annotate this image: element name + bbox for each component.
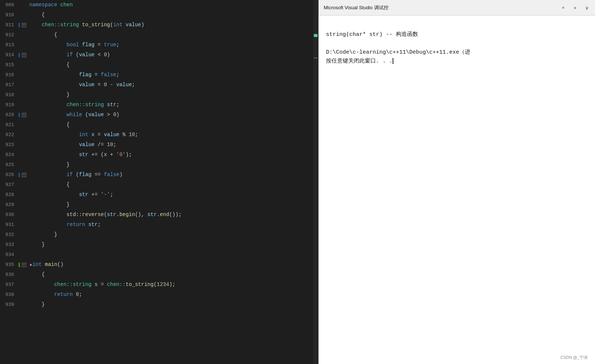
console-line4: 按任意键关闭此窗口. . . — [326, 58, 393, 64]
line-936: 936 { — [0, 270, 318, 280]
line-922: 922 int x = value % 10; — [0, 130, 318, 140]
line-938: 938 return 0; — [0, 290, 318, 300]
line-930: 930 std::reverse(str.begin(), str.end())… — [0, 210, 318, 220]
console-line3: D:\Code\c-learning\c++11\Debug\c++11.exe… — [326, 49, 470, 55]
console-line1: string(char* str) -- 构造函数 — [326, 31, 418, 38]
code-editor: 909 namespace chen 910 { 911 − chen::str… — [0, 0, 318, 364]
line-929: 929 } — [0, 200, 318, 210]
code-lines-area: 909 namespace chen 910 { 911 − chen::str… — [0, 0, 318, 364]
console-cursor — [393, 58, 393, 64]
line-933: 933 } — [0, 240, 318, 250]
line-920: 920 − while (value > 0) — [0, 110, 318, 120]
line-910: 910 { — [0, 10, 318, 20]
scrollbar-thumb[interactable] — [314, 34, 317, 37]
line-926: 926 − if (flag == false) — [0, 170, 318, 180]
line-916: 916 flag = false; — [0, 70, 318, 80]
panel-titlebar: Microsoft Visual Studio 调试控 × + ∨ — [319, 0, 595, 16]
line-909: 909 namespace chen — [0, 0, 318, 10]
panel-dropdown-button[interactable]: ∨ — [582, 3, 592, 13]
line-914: 914 − if (value < 0) — [0, 50, 318, 60]
panel-close-button[interactable]: × — [558, 3, 568, 13]
watermark: CSDN @_宁清 — [560, 355, 588, 360]
line-935: 935 − ▶int main() — [0, 260, 318, 270]
panel-add-button[interactable]: + — [570, 3, 580, 13]
line-913: 913 bool flag = true; — [0, 40, 318, 50]
line-924: 924 str += (x + '0'); — [0, 150, 318, 160]
line-915: 915 { — [0, 60, 318, 70]
line-912: 912 { — [0, 30, 318, 40]
fold-icon-911[interactable]: − — [22, 23, 26, 27]
line-918: 918 } — [0, 90, 318, 100]
line-919: 919 chen::string str; — [0, 100, 318, 110]
panel-title: Microsoft Visual Studio 调试控 — [322, 4, 557, 11]
fold-icon-935[interactable]: − — [22, 263, 26, 267]
fold-icon-926[interactable]: − — [22, 173, 26, 177]
line-934: 934 — [0, 250, 318, 260]
minimap-marker — [314, 57, 317, 58]
line-921: 921 { — [0, 120, 318, 130]
output-panel: Microsoft Visual Studio 调试控 × + ∨ string… — [318, 0, 595, 364]
line-925: 925 } — [0, 160, 318, 170]
line-937: 937 chen::string s = chen::to_string(123… — [0, 280, 318, 290]
line-932: 932 } — [0, 230, 318, 240]
line-939: 939 } — [0, 300, 318, 310]
panel-content: string(char* str) -- 构造函数 D:\Code\c-lear… — [319, 16, 595, 364]
line-917: 917 value = 0 - value; — [0, 80, 318, 90]
fold-icon-920[interactable]: − — [22, 113, 26, 117]
line-931: 931 return str; — [0, 220, 318, 230]
fold-icon-914[interactable]: − — [22, 53, 26, 57]
line-911: 911 − chen::string to_string(int value) — [0, 20, 318, 30]
editor-scrollbar[interactable] — [313, 0, 318, 364]
line-923: 923 value /= 10; — [0, 140, 318, 150]
line-928: 928 str += '-'; — [0, 190, 318, 200]
line-927: 927 { — [0, 180, 318, 190]
